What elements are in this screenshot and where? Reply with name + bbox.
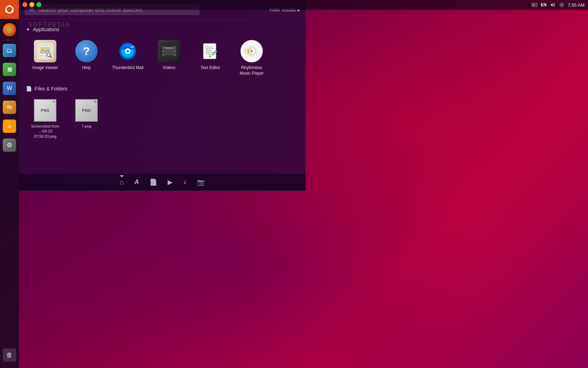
system-settings-icon[interactable]: [559, 2, 565, 8]
nav-item-files[interactable]: 📄: [149, 178, 157, 186]
photos-icon: 📷: [197, 178, 205, 186]
app-label-help: Help: [82, 65, 91, 71]
launcher-item-calc[interactable]: ⊞: [1, 61, 18, 78]
svg-rect-27: [173, 46, 176, 49]
content-area: ✦ Applications I: [19, 20, 306, 173]
launcher-item-trash[interactable]: 🗑: [1, 347, 18, 363]
close-button[interactable]: [22, 2, 27, 7]
svg-point-22: [126, 50, 129, 53]
app-icon-help: ?: [75, 40, 98, 62]
keyboard-layout-label[interactable]: EN: [540, 2, 547, 8]
applications-grid: Image Viewer ? Help: [26, 37, 299, 79]
file-label-screenshot: Screenshot from ...-04-23 07:55:33.png: [29, 124, 62, 139]
dash-window: 🔍 Filter results ▸ ✦ Applications: [19, 0, 306, 191]
launcher-item-firefox[interactable]: [1, 21, 18, 38]
file-item-7png[interactable]: PNG 7.png: [67, 96, 106, 142]
video-icon: ▶: [168, 178, 173, 186]
app-item-videos[interactable]: Videos: [150, 37, 188, 79]
maximize-button[interactable]: [36, 2, 41, 7]
launcher-item-software[interactable]: 🛍: [1, 99, 18, 116]
app-label-videos: Videos: [163, 65, 175, 71]
launcher-item-writer[interactable]: W: [1, 80, 18, 97]
volume-icon[interactable]: [550, 2, 556, 8]
nav-item-photos[interactable]: 📷: [197, 178, 205, 186]
file-icon-7png: PNG: [75, 99, 98, 122]
svg-rect-7: [533, 4, 533, 5]
file-icon-screenshot: PNG: [34, 99, 56, 122]
keyboard-indicator-icon[interactable]: [531, 2, 538, 8]
topbar-right: EN 7:55 AM: [531, 2, 584, 8]
app-icon-text-editor: [199, 40, 222, 62]
app-item-text-editor[interactable]: Text Editor: [191, 37, 230, 79]
svg-rect-10: [533, 5, 536, 6]
app-label-image-viewer: Image Viewer: [32, 65, 58, 71]
launcher-item-files[interactable]: 🗂: [1, 42, 18, 59]
launcher-item-amazon[interactable]: a: [1, 118, 18, 135]
svg-rect-24: [162, 46, 165, 49]
app-label-text-editor: Text Editor: [201, 65, 220, 71]
svg-point-11: [561, 4, 563, 6]
app-icon-videos: [158, 40, 180, 62]
applications-section-icon: ✦: [26, 27, 30, 32]
svg-point-2: [8, 5, 10, 7]
app-item-thunderbird[interactable]: Thunderbird Mail: [108, 37, 147, 79]
svg-rect-6: [532, 3, 537, 7]
minimize-button[interactable]: [29, 2, 34, 7]
files-section-header: 📄 Files & Folders: [26, 86, 299, 91]
svg-rect-26: [162, 53, 165, 56]
app-label-thunderbird: Thunderbird Mail: [112, 65, 144, 71]
files-nav-icon: 📄: [149, 178, 157, 186]
nav-item-music[interactable]: ♪: [183, 178, 187, 186]
music-icon: ♪: [183, 178, 187, 186]
app-icon-image-viewer: [34, 40, 56, 62]
nav-item-apps[interactable]: A: [134, 178, 139, 186]
svg-point-3: [12, 10, 14, 12]
svg-point-50: [251, 50, 253, 52]
files-section-label: Files & Folders: [35, 86, 67, 91]
bottom-nav: ⌂ A 📄 ▶ ♪ 📷: [19, 173, 306, 191]
home-icon: ⌂: [120, 178, 124, 186]
applications-section-header: ✦ Applications: [26, 27, 299, 32]
topbar: EN 7:55 AM: [19, 0, 588, 10]
svg-rect-29: [173, 53, 176, 56]
ubuntu-button[interactable]: [0, 0, 19, 19]
apps-icon: A: [134, 178, 139, 186]
nav-item-video[interactable]: ▶: [168, 178, 173, 186]
launcher-divider: [3, 40, 16, 40]
app-item-image-viewer[interactable]: Image Viewer: [26, 37, 64, 79]
svg-rect-8: [534, 4, 534, 5]
svg-rect-28: [173, 50, 176, 53]
svg-point-4: [5, 10, 7, 12]
app-item-help[interactable]: ? Help: [67, 37, 106, 79]
file-label-7png: 7.png: [82, 124, 91, 129]
window-controls: [22, 2, 41, 7]
app-label-rhythmbox: Rhythmbox Music Player: [235, 65, 268, 76]
launcher: 🗂 ⊞ W 🛍 a ⚙ 🗑: [0, 0, 19, 368]
svg-rect-25: [162, 50, 165, 53]
app-icon-rhythmbox: [240, 40, 263, 62]
svg-rect-9: [535, 4, 536, 5]
file-item-screenshot[interactable]: PNG Screenshot from ...-04-23 07:55:33.p…: [26, 96, 64, 142]
launcher-item-settings[interactable]: ⚙: [1, 137, 18, 154]
applications-section-label: Applications: [33, 27, 59, 32]
files-section-icon: 📄: [26, 86, 32, 91]
app-item-rhythmbox[interactable]: Rhythmbox Music Player: [232, 37, 271, 79]
app-icon-thunderbird: [117, 40, 139, 62]
clock: 7:55 AM: [568, 2, 584, 8]
nav-item-home[interactable]: ⌂: [120, 178, 124, 186]
files-grid: PNG Screenshot from ...-04-23 07:55:33.p…: [26, 96, 299, 142]
